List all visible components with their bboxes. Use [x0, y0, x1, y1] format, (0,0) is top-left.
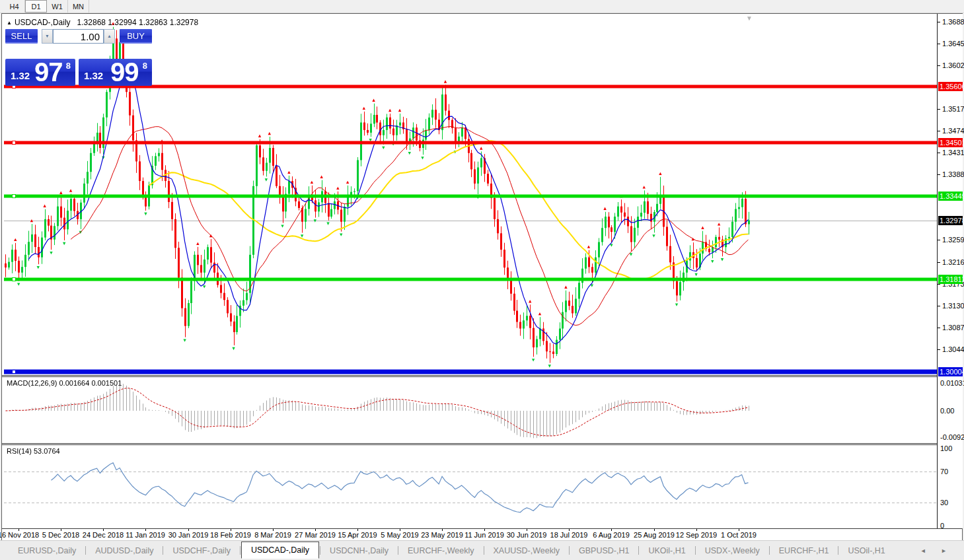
price-axis-tick: 1.34740: [938, 126, 964, 135]
price-axis-tick: 1.33880: [938, 170, 964, 179]
chart-symbol-label: USDCAD-,Daily: [15, 18, 71, 27]
pane-separator[interactable]: [2, 375, 962, 377]
price-axis-tick: 1.34310: [938, 148, 964, 157]
chart-tab-usdx-weekly[interactable]: USDX-,Weekly: [696, 543, 768, 559]
time-axis-label: 16 Nov 2018: [0, 531, 39, 539]
buy-price-prefix: 1.32: [84, 70, 103, 81]
timeframe-button-mn[interactable]: MN: [68, 0, 89, 13]
tab-separator: [838, 546, 838, 555]
current-price-label: 1.32978: [938, 216, 963, 225]
chart-tab-usdcnh-daily[interactable]: USDCNH-,Daily: [321, 543, 397, 559]
chart-tab-eurchf-weekly[interactable]: EURCHF-,Weekly: [399, 543, 482, 559]
indicator-scale-label: 30: [940, 498, 948, 507]
indicator-scale-label: 100: [940, 444, 952, 453]
level-price-label: 1.30004: [938, 367, 963, 376]
volume-decrease-button[interactable]: ▼: [42, 29, 53, 44]
time-axis-label: 30 Jun 2019: [507, 531, 547, 539]
buy-price-main: 99: [110, 57, 139, 87]
collapse-icon[interactable]: ▲: [7, 20, 12, 26]
chart-tab-xauusd-weekly[interactable]: XAUUSD-,Weekly: [485, 543, 568, 559]
chart-tab-eurusd-daily[interactable]: EURUSD-,Daily: [9, 543, 85, 559]
chart-tab-usoil-h1[interactable]: USOil-,H1: [839, 543, 893, 559]
time-axis-label: 11 Jun 2019: [464, 531, 504, 539]
trade-panel-top-row: SELL ▼ ▲ BUY: [5, 29, 152, 44]
time-axis-label: 30 Jan 2019: [168, 531, 209, 539]
indicator-scale-label: 0: [940, 521, 944, 530]
tab-separator: [240, 546, 241, 555]
level-price-label: 1.35606: [938, 82, 963, 91]
chart-window: 1.368801.364501.360201.351701.347401.343…: [1, 13, 963, 540]
chart-shift-marker-icon[interactable]: ▼: [746, 15, 753, 22]
volume-increase-button[interactable]: ▲: [104, 29, 115, 44]
timeframe-button-w1[interactable]: W1: [47, 0, 68, 13]
tab-separator: [569, 546, 570, 555]
indicator-scale-label: -0.00920: [940, 433, 964, 442]
tab-separator: [695, 546, 696, 555]
time-axis-label: 12 Sep 2019: [676, 531, 717, 539]
time-axis-label: 6 Aug 2019: [593, 531, 630, 539]
pane-separator[interactable]: [2, 443, 962, 445]
tab-separator: [769, 546, 770, 555]
time-axis-label: 8 Mar 2019: [254, 531, 291, 539]
time-axis-label: 15 Apr 2019: [338, 531, 377, 539]
timeframe-button-d1[interactable]: D1: [25, 0, 47, 13]
price-axis-tick: 1.32590: [938, 235, 964, 244]
time-axis-label: 1 Oct 2019: [721, 531, 757, 539]
rsi-chart-canvas[interactable]: [4, 445, 937, 528]
chart-tab-bar: EURUSD-,DailyAUDUSD-,DailyUSDCHF-,DailyU…: [0, 540, 964, 560]
time-axis-label: 27 Mar 2019: [295, 531, 336, 539]
tab-separator: [484, 546, 484, 555]
time-axis-label: 18 Jul 2019: [550, 531, 588, 539]
time-axis-label: 5 May 2019: [381, 531, 418, 539]
price-axis-tick: 1.36880: [938, 17, 964, 26]
buy-price-pip: 8: [143, 61, 147, 71]
tab-separator: [163, 546, 163, 555]
chart-ohlc-values: 1.32868 1.32994 1.32863 1.32978: [77, 18, 199, 27]
chart-tab-ukoil-h1[interactable]: UKOil-,H1: [640, 543, 694, 559]
tab-separator: [320, 546, 320, 555]
tab-separator: [85, 546, 86, 555]
price-axis-tick: 1.36020: [938, 61, 964, 70]
time-axis-label: 24 Dec 2018: [83, 531, 124, 539]
time-axis-label: 18 Feb 2019: [210, 531, 251, 539]
chart-tab-gbpusd-h1[interactable]: GBPUSD-,H1: [570, 543, 638, 559]
chart-tab-audusd-daily[interactable]: AUDUSD-,Daily: [87, 543, 162, 559]
chart-tab-usdcad-daily[interactable]: USDCAD-,Daily: [241, 542, 319, 559]
sell-button[interactable]: SELL: [5, 29, 38, 44]
macd-chart-canvas[interactable]: [4, 377, 937, 443]
tab-separator: [398, 546, 398, 555]
indicator-scale-label: 70: [940, 467, 948, 476]
time-axis-label: 25 Aug 2019: [634, 531, 675, 539]
indicator-scale-label: 0.010311: [940, 378, 964, 388]
price-axis-tick: 1.35170: [938, 104, 964, 114]
sell-price-main: 97: [34, 57, 63, 87]
price-axis-tick: 1.31300: [938, 301, 964, 310]
price-axis-tick: 1.32160: [938, 258, 964, 267]
time-axis-label: 11 Jan 2019: [126, 531, 165, 539]
tab-scroll-icons[interactable]: ◄ ►: [920, 547, 953, 554]
buy-button[interactable]: BUY: [120, 29, 152, 44]
timeframe-toolbar: H4D1W1MN: [0, 0, 964, 13]
chart-tab-eurchf-h1[interactable]: EURCHF-,H1: [770, 543, 838, 559]
tab-separator: [638, 546, 639, 555]
sell-price-prefix: 1.32: [11, 70, 30, 81]
time-axis-label: 23 May 2019: [421, 531, 463, 539]
chart-title: ▲USDCAD-,Daily1.32868 1.32994 1.32863 1.…: [7, 18, 198, 27]
level-price-label: 1.31812: [938, 275, 963, 284]
price-axis-tick: 1.30870: [938, 323, 964, 332]
price-axis-tick: 1.30440: [938, 345, 964, 354]
time-axis-label: 5 Dec 2018: [42, 531, 79, 539]
volume-input[interactable]: [53, 29, 104, 44]
level-price-label: 1.33449: [938, 192, 963, 201]
level-price-label: 1.34501: [938, 138, 963, 147]
rsi-indicator-label: RSI(14) 53.0764: [7, 447, 60, 455]
timeframe-button-h4[interactable]: H4: [4, 0, 25, 13]
macd-indicator-label: MACD(12,26,9) 0.001664 0.001501: [7, 379, 122, 387]
sell-price-pip: 8: [66, 61, 71, 71]
price-axis-tick: 1.36450: [938, 39, 964, 48]
buy-price-button[interactable]: 1.32 99 8: [79, 59, 152, 86]
chart-tab-usdchf-daily[interactable]: USDCHF-,Daily: [164, 543, 239, 559]
sell-price-button[interactable]: 1.32 97 8: [5, 59, 75, 86]
time-axis[interactable]: 16 Nov 20185 Dec 201824 Dec 201811 Jan 2…: [2, 530, 962, 540]
trading-platform: H4D1W1MN 1.368801.364501.360201.351701.3…: [0, 0, 964, 560]
